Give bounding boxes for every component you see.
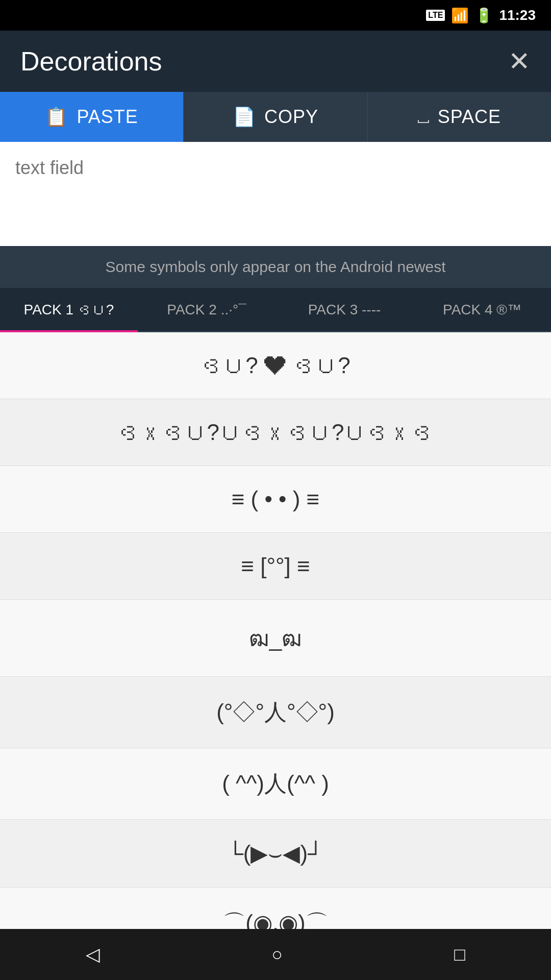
symbol-item[interactable]: └(▶⌣◀)┘ bbox=[0, 820, 551, 888]
tab-pack2-label: PACK 2 ..·°¯ bbox=[167, 302, 246, 317]
copy-label: COPY bbox=[264, 106, 318, 128]
status-icons: LTE 📶 🔋 11:23 bbox=[426, 7, 536, 24]
toolbar: 📋 PASTE 📄 COPY ⎵ SPACE bbox=[0, 92, 551, 142]
tab-pack1[interactable]: PACK 1 ꃳ꒤? bbox=[0, 288, 138, 331]
tab-pack3[interactable]: PACK 3 ---- bbox=[276, 288, 413, 331]
bottom-nav: ◁ ○ □ bbox=[0, 929, 551, 980]
symbol-item[interactable]: ≡ ( • • ) ≡ bbox=[0, 466, 551, 533]
back-icon: ◁ bbox=[86, 944, 100, 965]
symbol-item[interactable]: (°◇°人°◇°) bbox=[0, 677, 551, 748]
symbol-item[interactable]: ฒ_ฒ bbox=[0, 600, 551, 677]
symbol-text: ฒ_ฒ bbox=[249, 620, 302, 656]
paste-label: PASTE bbox=[77, 106, 138, 128]
app-header: Decorations ✕ bbox=[0, 31, 551, 92]
space-label: SPACE bbox=[438, 106, 501, 128]
tab-pack1-label: PACK 1 ꃳ꒤? bbox=[24, 302, 114, 317]
copy-button[interactable]: 📄 COPY bbox=[183, 92, 367, 142]
tab-pack4[interactable]: PACK 4 ®™ bbox=[413, 288, 551, 331]
notice-text: Some symbols only appear on the Android … bbox=[105, 258, 445, 275]
symbol-item[interactable]: ( ^^)人(^^ ) bbox=[0, 748, 551, 820]
clock: 11:23 bbox=[499, 7, 536, 23]
space-icon: ⎵ bbox=[418, 106, 430, 128]
symbol-text: └(▶⌣◀)┘ bbox=[228, 840, 324, 867]
app-title: Decorations bbox=[20, 46, 162, 77]
symbol-text: ( ^^)人(^^ ) bbox=[222, 769, 329, 799]
symbol-text: (°◇°人°◇°) bbox=[216, 697, 335, 727]
back-button[interactable]: ◁ bbox=[76, 934, 110, 975]
battery-icon: 🔋 bbox=[475, 7, 493, 24]
symbol-item[interactable]: ꃳ꒼ꃳ꒤?꒤ꃳ꒼ꃳ꒤?꒤ꃳ꒼ꃳ bbox=[0, 399, 551, 466]
recent-apps-icon: □ bbox=[454, 944, 465, 965]
status-bar: LTE 📶 🔋 11:23 bbox=[0, 0, 551, 31]
symbol-text: ≡ [°°] ≡ bbox=[241, 553, 310, 579]
home-icon: ○ bbox=[271, 944, 283, 965]
paste-icon: 📋 bbox=[45, 106, 68, 128]
notice-bar: Some symbols only appear on the Android … bbox=[0, 246, 551, 288]
space-button[interactable]: ⎵ SPACE bbox=[368, 92, 551, 142]
tab-pack3-label: PACK 3 ---- bbox=[308, 302, 381, 317]
symbol-text: ꃳ꒼ꃳ꒤?꒤ꃳ꒼ꃳ꒤?꒤ꃳ꒼ꃳ bbox=[117, 420, 434, 445]
paste-button[interactable]: 📋 PASTE bbox=[0, 92, 183, 142]
symbol-text: ≡ ( • • ) ≡ bbox=[232, 486, 320, 512]
symbol-item[interactable]: ≡ [°°] ≡ bbox=[0, 533, 551, 600]
tab-pack4-label: PACK 4 ®™ bbox=[443, 302, 521, 317]
symbol-text: ꃳ꒤? ❤ ꃳ꒤? bbox=[201, 353, 350, 378]
lte-icon: LTE bbox=[426, 10, 445, 21]
signal-icon: 📶 bbox=[451, 7, 469, 24]
copy-icon: 📄 bbox=[233, 106, 256, 128]
text-input[interactable] bbox=[0, 142, 551, 244]
symbol-item[interactable]: ꃳ꒤? ❤ ꃳ꒤? bbox=[0, 332, 551, 399]
tab-pack2[interactable]: PACK 2 ..·°¯ bbox=[138, 288, 276, 331]
text-input-area bbox=[0, 142, 551, 246]
home-button[interactable]: ○ bbox=[261, 934, 293, 975]
pack-tabs: PACK 1 ꃳ꒤? PACK 2 ..·°¯ PACK 3 ---- PACK… bbox=[0, 288, 551, 332]
recent-apps-button[interactable]: □ bbox=[444, 934, 475, 975]
symbol-list: ꃳ꒤? ❤ ꃳ꒤? ꃳ꒼ꃳ꒤?꒤ꃳ꒼ꃳ꒤?꒤ꃳ꒼ꃳ ≡ ( • • ) ≡ ≡ … bbox=[0, 332, 551, 959]
close-button[interactable]: ✕ bbox=[508, 48, 531, 75]
